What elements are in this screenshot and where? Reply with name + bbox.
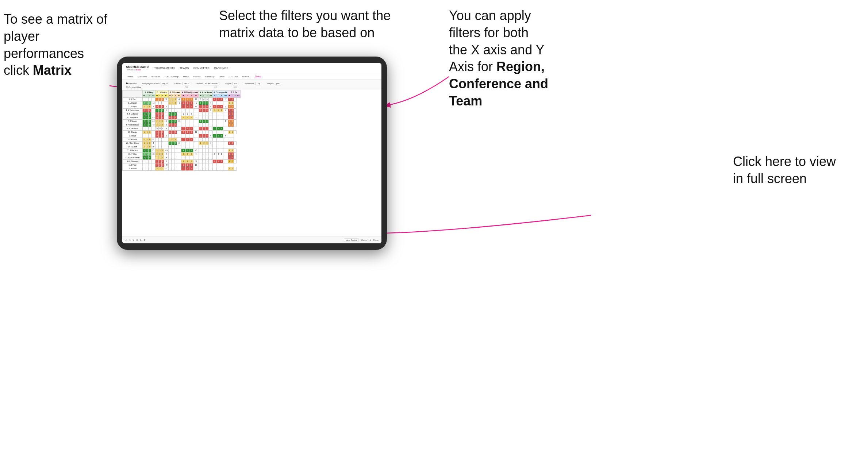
refresh-button[interactable]: ↻ — [132, 239, 134, 241]
matrix-cell — [193, 127, 199, 131]
matrix-cell: 0 — [149, 142, 151, 145]
tab-summary[interactable]: Summary — [137, 75, 148, 78]
matrix-cell — [189, 109, 193, 112]
matrix-cell: 17 — [193, 98, 199, 101]
matrix-cell: 0 — [161, 160, 164, 163]
matrix-cell: 1 — [213, 127, 217, 131]
matrix-cell: 0 — [181, 105, 185, 109]
table-row: 12. M Riedel110-6110010 — [123, 138, 241, 142]
select-players[interactable]: (All) — [275, 82, 281, 85]
matrix-cell: -19 — [177, 142, 181, 145]
matrix-cell: 3 — [155, 167, 159, 171]
matrix-cell — [234, 142, 236, 145]
matrix-cell: 0 — [189, 167, 193, 171]
matrix-cell — [189, 134, 193, 138]
table-row: 9. N Gabrelcik0009011011100 — [123, 127, 241, 131]
select-max-players[interactable]: Top 25 — [161, 82, 169, 85]
radio-compact-view[interactable]: Compact View — [126, 86, 141, 88]
matrix-cell — [193, 120, 199, 123]
matrix-cell: 0 — [189, 131, 193, 134]
matrix-cell: 0 — [168, 131, 172, 134]
select-gender[interactable]: Men's — [183, 82, 190, 85]
radio-full-view[interactable]: Full View — [126, 82, 137, 85]
matrix-cell: 2 — [228, 101, 231, 105]
matrix-cell — [208, 98, 213, 101]
matrix-cell: 2 — [159, 116, 162, 120]
matrix-cell: -48 — [151, 123, 155, 127]
tab-players[interactable]: Players — [193, 75, 201, 78]
redo-button[interactable]: ↪ — [129, 239, 131, 241]
annotation-top-left: To see a matrix of player performances c… — [4, 11, 120, 79]
matrix-cell — [206, 160, 208, 163]
tab-summary-2[interactable]: Summary — [204, 75, 215, 78]
nav-teams[interactable]: TEAMS — [180, 67, 189, 69]
matrix-cell: 1 — [186, 167, 189, 171]
zoom-out-button[interactable]: ⊖ — [140, 239, 142, 241]
tablet-frame: SCOREBOARD Powered by clippd TOURNAMENTS… — [117, 57, 387, 250]
filter-gender: Gender Men's — [174, 82, 190, 85]
tab-h2h-grid[interactable]: H2H Grid — [150, 75, 161, 78]
matrix-cell — [181, 123, 185, 127]
table-row: 8. P Summerhays510-48220001012 — [123, 123, 241, 127]
tab-matrix-active[interactable]: Matrix — [255, 75, 262, 78]
matrix-container[interactable]: 1. W Ding2. L Clanton3. J Koivun4. M Tho… — [122, 90, 381, 235]
matrix-cell — [174, 134, 177, 138]
matrix-cell — [228, 134, 231, 138]
tab-matrix-1[interactable]: Matrix — [182, 75, 189, 78]
settings-button[interactable]: ⚙ — [143, 239, 145, 241]
matrix-cell — [234, 167, 236, 171]
sub-header: L — [146, 94, 149, 98]
matrix-cell — [143, 134, 146, 138]
matrix-cell — [223, 116, 228, 120]
matrix-cell — [149, 160, 151, 163]
matrix-cell — [177, 131, 181, 134]
select-region[interactable]: N/A — [233, 82, 238, 85]
matrix-cell: 0 — [213, 98, 217, 101]
matrix-cell: 1 — [155, 160, 159, 163]
annotation-top-center: Select the filters you want the matrix d… — [219, 7, 409, 42]
matrix-cell — [213, 123, 217, 127]
matrix-cell — [193, 138, 199, 142]
row-name: 2. L Clanton — [123, 101, 143, 105]
matrix-cell: 1 — [159, 156, 162, 160]
table-row: 2. L Clanton210-16110-2010-1100-622 — [123, 101, 241, 105]
nav-tournaments[interactable]: TOURNAMENTS — [154, 67, 175, 69]
matrix-cell: 2 — [199, 142, 203, 145]
matrix-cell — [151, 160, 155, 163]
undo-button[interactable]: ↩ — [125, 239, 127, 241]
matrix-cell: 1 — [146, 105, 149, 109]
tab-teams[interactable]: Teams — [126, 75, 134, 78]
matrix-cell — [193, 142, 199, 145]
matrix-cell: 0 — [155, 134, 159, 138]
matrix-cell: 1 — [228, 167, 231, 171]
watch-button[interactable]: Watch — [361, 239, 367, 241]
matrix-cell — [151, 127, 155, 131]
nav-rankings[interactable]: RANKINGS — [214, 67, 228, 69]
fullscreen-button[interactable]: ⛶ — [369, 239, 371, 241]
matrix-cell: 1 — [186, 101, 189, 105]
sub-header: T — [161, 94, 164, 98]
matrix-cell: 1 — [186, 163, 189, 167]
matrix-cell: 1 — [206, 127, 208, 131]
tab-h2hth[interactable]: H2HTh... — [242, 75, 252, 78]
nav-committee[interactable]: COMMITTEE — [193, 67, 210, 69]
matrix-cell: 0 — [174, 123, 177, 127]
matrix-cell: 0 — [189, 98, 193, 101]
matrix-cell: 0 — [189, 160, 193, 163]
col-header-2: 3. J Koivun — [168, 90, 181, 94]
matrix-cell: 0 — [143, 109, 146, 112]
tab-h2h-grid-2[interactable]: H2H Grid — [228, 75, 239, 78]
matrix-cell — [234, 123, 236, 127]
select-division[interactable]: NCAA Division I — [204, 82, 219, 85]
tab-h2h-heatmap[interactable]: H2H Heatmap — [164, 75, 179, 78]
radio-full-view-circle — [126, 82, 128, 84]
matrix-cell — [223, 123, 228, 127]
matrix-cell: 2 — [186, 98, 189, 101]
matrix-cell — [234, 153, 236, 156]
matrix-cell — [220, 131, 223, 134]
view-label[interactable]: View: Original — [344, 238, 359, 242]
zoom-in-button[interactable]: ⊕ — [136, 239, 138, 241]
select-conference[interactable]: (All) — [256, 82, 262, 85]
share-button[interactable]: Share — [373, 239, 379, 241]
tab-detail[interactable]: Detail — [218, 75, 225, 78]
